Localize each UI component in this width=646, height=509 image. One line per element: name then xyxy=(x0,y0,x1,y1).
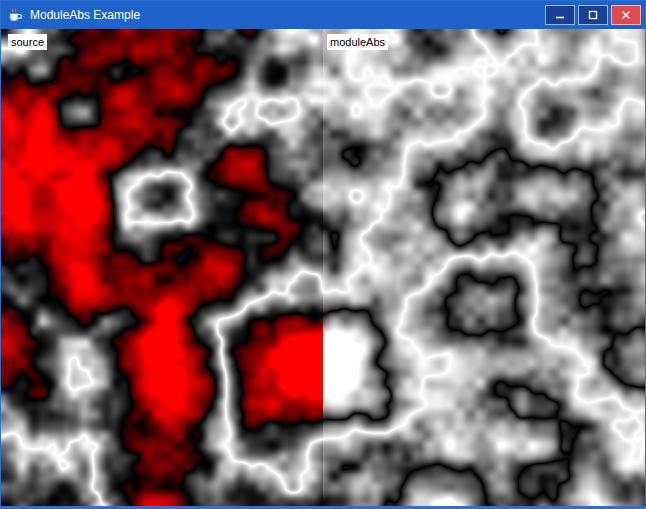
minimize-icon xyxy=(554,9,566,21)
window-title: ModuleAbs Example xyxy=(30,8,140,22)
minimize-button[interactable] xyxy=(545,5,575,25)
content-area: source moduleAbs xyxy=(1,29,645,506)
titlebar[interactable]: ModuleAbs Example xyxy=(1,1,645,29)
java-coffee-icon xyxy=(7,7,23,23)
maximize-button[interactable] xyxy=(578,5,608,25)
window-controls xyxy=(545,5,645,25)
noise-render-canvas xyxy=(1,29,645,506)
close-button[interactable] xyxy=(611,5,641,25)
application-window: ModuleAbs Example source modu xyxy=(0,0,646,509)
close-icon xyxy=(620,9,632,21)
maximize-icon xyxy=(587,9,599,21)
label-moduleabs: moduleAbs xyxy=(327,34,388,50)
label-source: source xyxy=(8,34,47,50)
